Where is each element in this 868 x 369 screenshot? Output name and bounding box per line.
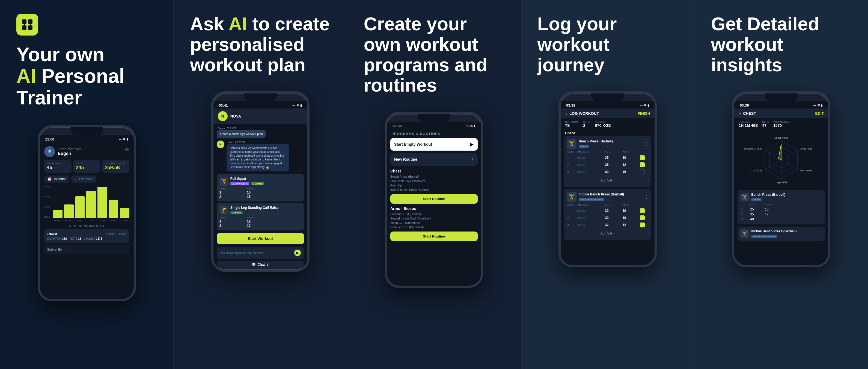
bench-kgs-1: 25 [605,156,621,160]
svg-text:Legs (0%): Legs (0%) [776,181,787,184]
insights-stats-row: DURATION 1H 1M 46S REPS 47 VOLUME (KGS) … [734,118,828,130]
chat-messages-area: Eugen 03:29:09 create a quick legs worko… [213,124,307,174]
tab-calendar[interactable]: 📅 Calendar [44,175,69,182]
start-empty-workout-button[interactable]: Start Empty Workout ▶ [390,138,478,151]
chat-send-button[interactable]: ▶ [294,250,301,256]
insights-stat-duration: DURATION 1H 1M 46S [739,120,758,127]
calf-reps-1: 12 [247,220,274,223]
phone-notch-4 [591,93,624,101]
insights-edit-button[interactable]: EDIT [815,111,824,116]
insights-reps-label: REPS [762,120,769,123]
ex-card-header-calf: 🦵 Single Leg Standing Calf Raise CALVES [219,206,301,215]
ex-tags-calf: CALVES [230,210,279,215]
tab-exercises[interactable]: ↔ Exercises [71,175,96,182]
incline-prev-col: PREVIOUS [577,203,604,206]
log-bench-set-3: 3 40 x 15 40 15 [567,168,649,175]
stat-sets-label: SETS [76,162,98,165]
log-bench-icon: 🏋 [567,139,577,149]
chat-input-area[interactable]: Ask Nova anything about fitness... ▶ [217,247,304,259]
radar-grid: Chest (84%) Arms (0%) Back (0%) Legs (0%… [744,136,812,184]
workout-volume: VOLUME 1875 [84,237,102,240]
arms-ex-0: Preacher Curl (Barbell) [390,212,478,216]
log-incline-menu-icon[interactable]: ⋮ [644,194,649,200]
log-sets-label: SETS [583,120,590,123]
battery-icon-2: ▮ [300,104,302,107]
calendar-icon: 📅 [48,177,52,181]
insights-bench-icon: 🏋 [740,193,749,201]
status-bar-1: 11:00 ▪▪▪ ⌘ ▮ [40,135,134,142]
chat-tab-bar[interactable]: 💬 Chat ∨ [217,261,304,268]
insights-title: CHEST [743,111,756,116]
ex-tag-calves: CALVES [230,211,243,214]
new-routine-button[interactable]: New Routine + [390,153,478,166]
finish-button[interactable]: FINISH [638,111,650,116]
bar-1 [64,204,74,218]
phone-5: 03:36 ▪▪▪ ⌘ ▮ ∨ CHEST EDIT [732,91,830,267]
log-bench-info: Bench Press (Barbell) CHEST [579,139,642,148]
battery-icon: ▮ [127,138,128,141]
insights-duration-value: 1H 1M 46S [739,123,758,127]
status-bar-5: 03:36 ▪▪▪ ⌘ ▮ [734,101,828,109]
log-incline-set-2: 2 30 x 10 30 10 ✓ [567,214,649,221]
bench-check-3[interactable] [640,169,645,174]
log-bench-sets-header: SETS PREVIOUS KGS REPS ✓ [567,150,649,153]
incline-kgs-col: KGS [605,203,621,206]
insights-bench-set-3: 3 40 15 [740,217,822,222]
section-chest-title: Chest [390,169,478,173]
phone-2: 03:41 ▪▪▪ ⌘ ▮ N NOVA Eugen [211,91,310,272]
bench-check-2[interactable]: ✓ [640,162,645,167]
insights-bench-set-num-1: 1 [741,207,749,211]
arms-start-routine-button[interactable]: Start Routine [390,231,478,241]
insights-incline-tag: CHEST • SHOULDERS [751,235,777,238]
workout-duration-val: 38S [62,237,67,240]
ex-tag-glutes: GLUTES [251,182,264,185]
incline-add-set-button[interactable]: Add Set + [567,230,649,237]
incline-set-num-1: 1 [567,209,576,212]
incline-kgs-1: 30 [605,209,621,212]
insights-bench-header: 🏋 Bench Press (Barbell) CHEST [740,193,822,201]
incline-check-3[interactable]: ✓ [640,223,645,227]
phone-notch-3 [417,114,451,122]
bench-set-num-1: 1 [567,156,576,159]
workout-item-chest[interactable]: Chest in about 13 hours DURATION 38S REP… [44,229,129,243]
back-chevron-icon: ∨ [565,111,568,116]
wifi-icon-3: ⌘ [470,124,473,127]
log-incline-sets-header: SETS PREVIOUS KGS REPS ✓ [567,203,649,206]
panel-log-workout: Log your workout journey 03:38 ▪▪▪ ⌘ ▮ ∨… [521,0,694,369]
signal-icon: ▪▪▪ [119,138,122,141]
phone-screen-5: 03:36 ▪▪▪ ⌘ ▮ ∨ CHEST EDIT [734,101,828,265]
workout-item-butterfly[interactable]: Butterfly [44,245,129,254]
log-incline-name: Incline Bench Press (Barbell) [579,193,642,196]
nova-avatar: N [218,111,228,121]
workout-time-0: in about 13 hours [105,233,126,236]
bench-set-num-3: 3 [567,170,576,174]
chat-header: N NOVA [213,109,307,124]
insights-reps-value: 47 [762,123,769,127]
bench-add-set-button[interactable]: Add Set + [567,176,649,184]
insights-reps-col: REPS [765,203,778,206]
bench-reps-2: 12 [622,163,639,167]
incline-reps-col: REPS [622,203,639,206]
chat-tab-icon: 💬 [252,263,256,266]
feature-heading-2: Ask AI to create personalised workout pl… [190,14,331,75]
incline-check-1[interactable]: ✓ [640,208,645,213]
insights-volume-value: 1570 [773,123,791,127]
bench-check-1[interactable]: ✓ [640,155,645,160]
phone-2-container: 03:41 ▪▪▪ ⌘ ▮ N NOVA Eugen [190,91,331,355]
insights-bench-kgs-1: 25 [750,207,764,211]
insights-kgs-col: KGS [750,203,764,206]
chest-start-routine-button[interactable]: Start Routine [390,194,478,204]
start-workout-button[interactable]: Start Workout [217,233,304,244]
settings-icon[interactable]: ⚙ [124,146,129,153]
incline-check-2[interactable]: ✓ [640,216,645,220]
log-stats-row: DURATION 7S SETS 2 VOLUME 670 KGS [561,118,655,130]
incline-reps-2: 10 [622,216,639,220]
bench-kgs-3: 40 [605,170,621,174]
log-bench-menu-icon[interactable]: ⋮ [644,141,649,146]
kgs-col-label: KGS [605,150,621,153]
section-arms: Arms - Biceps Preacher Curl (Barbell) Se… [390,206,478,241]
phone-5-container: 03:36 ▪▪▪ ⌘ ▮ ∨ CHEST EDIT [711,91,851,355]
incline-prev-1: 30 x 10 [577,209,604,212]
bench-prev-3: 40 x 15 [577,171,604,174]
incline-prev-3: 32 x 12 [577,224,604,227]
